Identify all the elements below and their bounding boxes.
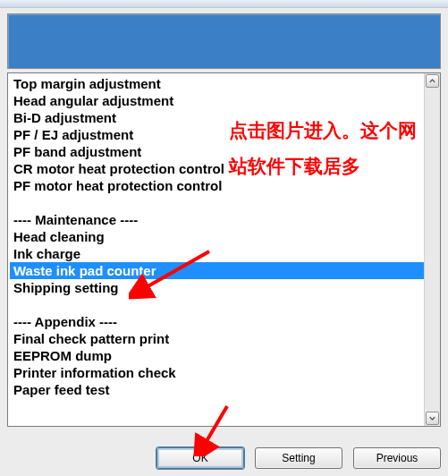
ok-button[interactable]: OK — [156, 447, 244, 469]
scroll-track[interactable] — [425, 89, 440, 411]
list-item[interactable]: Ink charge — [10, 245, 424, 262]
list-item[interactable]: PF motor heat protection control — [10, 177, 424, 194]
list-item[interactable]: Shipping setting — [10, 279, 424, 296]
list-item[interactable]: ---- Appendix ---- — [10, 313, 424, 330]
list-frame: Top margin adjustmentHead angular adjust… — [7, 72, 441, 427]
list-item[interactable]: ---- Maintenance ---- — [10, 211, 424, 228]
title-bar — [0, 0, 448, 8]
list-item[interactable]: Waste ink pad counter — [10, 262, 424, 279]
list-item[interactable]: PF / EJ adjustment — [10, 126, 424, 143]
list-item[interactable]: CR motor heat protection control — [10, 160, 424, 177]
dialog-window: Top margin adjustmentHead angular adjust… — [0, 0, 448, 476]
chevron-up-icon — [429, 78, 435, 84]
list-item[interactable]: EEPROM dump — [10, 347, 424, 364]
adjustment-listbox[interactable]: Top margin adjustmentHead angular adjust… — [10, 75, 424, 424]
list-item[interactable]: Paper feed test — [10, 381, 424, 398]
list-item[interactable] — [10, 194, 424, 211]
setting-button[interactable]: Setting — [255, 447, 342, 469]
ok-button-label: OK — [192, 452, 207, 464]
list-item[interactable]: Head angular adjustment — [10, 92, 424, 109]
button-row: OK Setting Previous — [156, 447, 441, 469]
list-item[interactable]: Final check pattern print — [10, 330, 424, 347]
list-item[interactable]: PF band adjustment — [10, 143, 424, 160]
list-item[interactable]: Printer information check — [10, 364, 424, 381]
previous-button-label: Previous — [376, 452, 418, 464]
previous-button[interactable]: Previous — [353, 447, 441, 469]
scrollbar[interactable] — [424, 73, 440, 426]
scroll-up-button[interactable] — [426, 74, 439, 88]
list-item[interactable]: Head cleaning — [10, 228, 424, 245]
setting-button-label: Setting — [282, 452, 315, 464]
chevron-down-icon — [429, 415, 435, 421]
header-panel — [7, 13, 441, 69]
list-item[interactable]: Bi-D adjustment — [10, 109, 424, 126]
list-item[interactable]: Top margin adjustment — [10, 75, 424, 92]
scroll-down-button[interactable] — [426, 412, 439, 425]
list-item[interactable] — [10, 296, 424, 313]
